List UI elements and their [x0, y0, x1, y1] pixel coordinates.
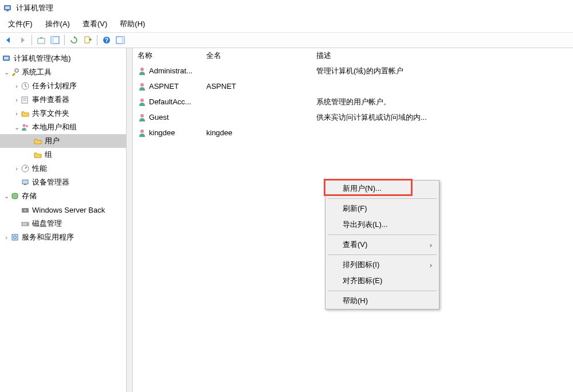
context-align-icons[interactable]: 对齐图标(E) — [325, 273, 439, 289]
column-name[interactable]: 名称 — [138, 50, 206, 61]
export-button[interactable] — [81, 34, 94, 46]
list-panel: 名称 全名 描述 Administrat...管理计算机(域)的内置帐户ASPN… — [133, 48, 573, 392]
tree-task-scheduler[interactable]: › 任务计划程序 — [0, 79, 132, 93]
context-arrange-icons[interactable]: 排列图标(I)› — [325, 257, 439, 273]
tree-storage[interactable]: ⌄ 存储 — [0, 189, 132, 203]
tree-label: 用户 — [45, 136, 60, 146]
show-hide-tree-button[interactable] — [49, 34, 61, 46]
action-pane-button[interactable] — [114, 34, 127, 46]
tree-device-manager[interactable]: 设备管理器 — [0, 175, 132, 189]
tree-groups[interactable]: 组 — [0, 148, 132, 162]
back-button[interactable] — [2, 34, 15, 46]
cell-name: DefaultAcc... — [149, 97, 191, 106]
folder-icon — [33, 136, 42, 146]
menu-label: 对齐图标(E) — [343, 276, 382, 286]
tree-windows-backup[interactable]: Windows Server Back — [0, 203, 132, 217]
forward-button[interactable] — [16, 34, 29, 46]
svg-point-27 — [27, 224, 28, 225]
expander-open-icon[interactable]: ⌄ — [2, 193, 10, 199]
storage-icon — [10, 191, 19, 201]
list-header: 名称 全名 描述 — [133, 48, 573, 63]
workspace: 计算机管理(本地) ⌄ 系统工具 › 任务计划程序 › 事件查看器 › 共享文件… — [0, 48, 573, 392]
menu-label: 刷新(F) — [343, 203, 367, 214]
context-new-user[interactable]: 新用户(N)... — [325, 181, 439, 197]
expander-closed-icon[interactable]: › — [13, 111, 21, 117]
menu-view[interactable]: 查看(V) — [77, 17, 113, 32]
window-title: 计算机管理 — [16, 3, 53, 13]
submenu-arrow-icon: › — [430, 261, 432, 269]
svg-point-32 — [140, 99, 144, 102]
tree-label: 共享文件夹 — [32, 108, 69, 119]
user-row[interactable]: Administrat...管理计算机(域)的内置帐户 — [138, 63, 573, 79]
nav-tree: 计算机管理(本地) ⌄ 系统工具 › 任务计划程序 › 事件查看器 › 共享文件… — [0, 52, 132, 244]
user-icon — [138, 82, 147, 91]
tree-event-viewer[interactable]: › 事件查看器 — [0, 93, 132, 107]
device-icon — [21, 178, 30, 187]
clock-icon — [21, 81, 30, 91]
user-icon — [138, 97, 147, 107]
expander-closed-icon[interactable]: › — [2, 234, 10, 241]
cell-name: ASPNET — [149, 82, 179, 91]
computer-management-icon — [3, 3, 13, 13]
tree-label: 磁盘管理 — [32, 218, 62, 229]
titlebar: 计算机管理 — [0, 0, 573, 16]
tree-performance[interactable]: › 性能 — [0, 162, 132, 175]
tree-label: 存储 — [22, 191, 37, 201]
expander-open-icon[interactable]: ⌄ — [2, 69, 10, 76]
menu-file[interactable]: 文件(F) — [2, 17, 38, 32]
cell-fullname: ASPNET — [206, 82, 316, 91]
user-row[interactable]: ASPNETASPNET — [138, 79, 573, 94]
tree-label: 事件查看器 — [32, 95, 69, 105]
svg-point-33 — [140, 114, 144, 117]
cell-description: 系统管理的用户帐户。 — [316, 97, 573, 107]
tree-system-tools[interactable]: ⌄ 系统工具 — [0, 65, 132, 79]
svg-point-31 — [140, 83, 144, 87]
menu-action[interactable]: 操作(A) — [40, 17, 76, 32]
context-help[interactable]: 帮助(H) — [325, 293, 439, 309]
expander-closed-icon[interactable]: › — [13, 97, 21, 103]
context-export-list[interactable]: 导出列表(L)... — [325, 217, 439, 233]
context-view[interactable]: 查看(V)› — [325, 237, 439, 253]
svg-rect-3 — [38, 38, 45, 44]
menubar: 文件(F) 操作(A) 查看(V) 帮助(H) — [0, 16, 573, 32]
tools-icon — [10, 68, 19, 77]
cell-name: Administrat... — [149, 66, 193, 75]
context-menu: 新用户(N)... 刷新(F) 导出列表(L)... 查看(V)› 排列图标(I… — [325, 180, 439, 309]
column-fullname[interactable]: 全名 — [206, 50, 316, 61]
user-icon — [138, 128, 147, 138]
expander-open-icon[interactable]: ⌄ — [13, 124, 21, 131]
user-row[interactable]: kingdeekingdee — [138, 125, 573, 140]
context-refresh[interactable]: 刷新(F) — [325, 201, 439, 217]
tree-disk-management[interactable]: 磁盘管理 — [0, 217, 132, 230]
menu-separator — [328, 198, 437, 199]
help-button[interactable]: ? — [100, 34, 113, 46]
svg-point-25 — [24, 209, 26, 211]
cell-name: kingdee — [149, 128, 175, 137]
svg-rect-1 — [5, 6, 10, 9]
tree-users[interactable]: 用户 — [0, 134, 132, 148]
cell-name: Guest — [149, 113, 169, 121]
toolbar-separator — [32, 35, 32, 45]
expander-closed-icon[interactable]: › — [13, 83, 21, 89]
menu-label: 排列图标(I) — [343, 260, 379, 270]
user-icon — [138, 113, 147, 122]
menu-help[interactable]: 帮助(H) — [114, 17, 151, 32]
tree-local-users[interactable]: ⌄ 本地用户和组 — [0, 120, 132, 134]
svg-point-19 — [26, 125, 28, 127]
cell-description: 供来宾访问计算机或访问域的内... — [316, 112, 573, 123]
tree-root[interactable]: 计算机管理(本地) — [0, 52, 132, 65]
up-button[interactable] — [35, 34, 48, 46]
svg-rect-22 — [24, 184, 26, 185]
user-row[interactable]: DefaultAcc...系统管理的用户帐户。 — [138, 94, 573, 109]
column-description[interactable]: 描述 — [316, 50, 573, 61]
tree-shared-folders[interactable]: › 共享文件夹 — [0, 107, 132, 120]
svg-rect-5 — [51, 37, 54, 44]
tree-services[interactable]: › 服务和应用程序 — [0, 230, 132, 244]
svg-rect-10 — [121, 37, 124, 44]
refresh-button[interactable] — [68, 34, 80, 46]
svg-rect-2 — [6, 10, 9, 11]
expander-closed-icon[interactable]: › — [13, 166, 21, 172]
cell-description: 管理计算机(域)的内置帐户 — [316, 66, 573, 76]
disk-icon — [21, 219, 30, 228]
user-row[interactable]: Guest供来宾访问计算机或访问域的内... — [138, 109, 573, 125]
